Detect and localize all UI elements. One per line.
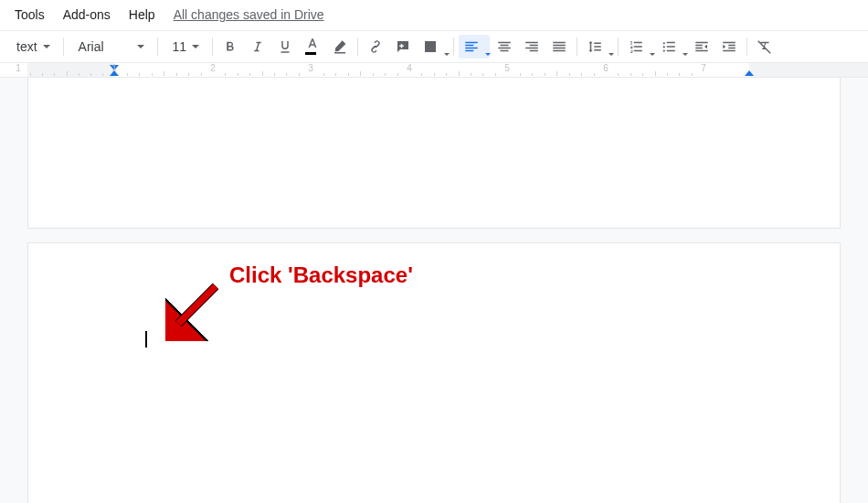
svg-line-0 — [175, 286, 216, 327]
italic-icon — [249, 38, 266, 55]
ruler-track: 11234567 — [27, 63, 868, 77]
decrease-indent-button[interactable] — [689, 35, 715, 59]
ruler-tick — [556, 71, 557, 76]
chevron-down-icon — [444, 53, 450, 56]
ruler-tick — [102, 73, 103, 76]
separator — [618, 37, 619, 56]
ruler-tick — [545, 73, 545, 76]
ruler-tick — [90, 73, 91, 76]
font-family-label: Arial — [79, 39, 104, 54]
highlight-icon — [332, 38, 348, 55]
highlight-button[interactable] — [327, 35, 353, 59]
ruler-tick — [373, 73, 374, 76]
annotation-text: Click 'Backspace' — [229, 262, 413, 288]
ruler-tick — [30, 73, 31, 76]
ruler-tick — [238, 73, 238, 76]
font-family-dropdown[interactable]: Arial — [69, 35, 152, 59]
save-status[interactable]: All changes saved in Drive — [174, 7, 324, 22]
bulleted-list-button[interactable] — [656, 35, 687, 59]
image-icon — [422, 38, 439, 55]
ruler-tick — [201, 73, 202, 76]
ruler-tick — [152, 73, 153, 76]
ruler-tick — [262, 71, 263, 76]
page-current[interactable]: Click 'Backspace' — [27, 242, 841, 503]
bulleted-list-icon — [661, 38, 677, 55]
clear-formatting-button[interactable] — [752, 35, 778, 59]
align-right-button[interactable] — [519, 35, 545, 59]
ruler-tick — [471, 73, 471, 76]
separator — [357, 37, 358, 56]
ruler-tick — [79, 73, 79, 76]
italic-button[interactable] — [245, 35, 270, 59]
annotation-arrow-icon — [165, 277, 229, 341]
align-right-icon — [524, 38, 540, 55]
ruler-tick — [385, 73, 386, 76]
numbered-list-button[interactable] — [623, 35, 654, 59]
font-size-label: 11 — [173, 39, 187, 54]
separator — [453, 37, 454, 56]
ruler-number: 2 — [210, 63, 216, 73]
insert-link-button[interactable] — [363, 35, 388, 59]
ruler-tick — [139, 73, 140, 76]
ruler-tick — [446, 73, 447, 76]
paragraph-styles-label: text — [16, 39, 37, 54]
ruler-tick — [630, 73, 631, 76]
ruler-tick — [618, 73, 619, 76]
ruler-tick — [569, 73, 570, 76]
ruler-tick — [459, 71, 460, 76]
ruler-right-margin — [749, 63, 868, 77]
align-justify-button[interactable] — [546, 35, 572, 59]
paragraph-styles-dropdown[interactable]: text — [7, 35, 58, 59]
horizontal-ruler[interactable]: 11234567 — [0, 63, 868, 78]
menu-tools[interactable]: Tools — [7, 4, 52, 26]
separator — [212, 37, 213, 56]
ruler-tick — [667, 73, 668, 76]
increase-indent-button[interactable] — [716, 35, 742, 59]
ruler-tick — [594, 73, 595, 76]
ruler-tick — [692, 73, 693, 76]
numbered-list-icon — [628, 38, 644, 55]
text-color-swatch — [305, 52, 316, 55]
page-previous[interactable] — [27, 78, 841, 229]
menu-addons[interactable]: Add-ons — [56, 4, 118, 26]
align-justify-icon — [551, 38, 567, 55]
ruler-tick — [164, 71, 164, 76]
underline-button[interactable] — [272, 35, 298, 59]
separator — [746, 37, 747, 56]
ruler-tick — [176, 73, 177, 76]
text-color-button[interactable] — [300, 35, 325, 59]
text-cursor — [145, 331, 147, 348]
ruler-tick — [495, 73, 496, 76]
separator — [63, 37, 64, 56]
insert-comment-button[interactable] — [390, 35, 416, 59]
ruler-tick — [421, 73, 422, 76]
font-size-dropdown[interactable]: 11 — [164, 35, 207, 59]
ruler-tick — [397, 73, 398, 76]
ruler-tick — [655, 71, 656, 76]
ruler-tick — [642, 73, 643, 76]
right-indent-marker[interactable] — [745, 70, 754, 76]
ruler-number: 1 — [111, 63, 117, 73]
increase-indent-icon — [721, 38, 737, 55]
decrease-indent-icon — [693, 38, 710, 55]
text-color-icon — [304, 37, 321, 53]
line-spacing-icon — [587, 38, 603, 55]
ruler-tick — [520, 73, 521, 76]
link-icon — [367, 38, 384, 55]
ruler-number: 7 — [701, 63, 706, 73]
line-spacing-button[interactable] — [582, 35, 613, 59]
ruler-tick — [348, 73, 349, 76]
svg-line-2 — [178, 286, 216, 324]
bold-icon — [222, 38, 238, 55]
bold-button[interactable] — [217, 35, 243, 59]
align-center-button[interactable] — [492, 35, 517, 59]
chevron-down-icon — [192, 45, 199, 48]
toolbar: text Arial 11 — [0, 30, 868, 63]
insert-image-button[interactable] — [418, 35, 449, 59]
ruler-tick — [67, 71, 68, 76]
separator — [157, 37, 158, 56]
ruler-number: 1 — [16, 63, 21, 73]
align-left-button[interactable] — [459, 35, 490, 59]
underline-icon — [277, 38, 293, 55]
menu-help[interactable]: Help — [122, 4, 163, 26]
